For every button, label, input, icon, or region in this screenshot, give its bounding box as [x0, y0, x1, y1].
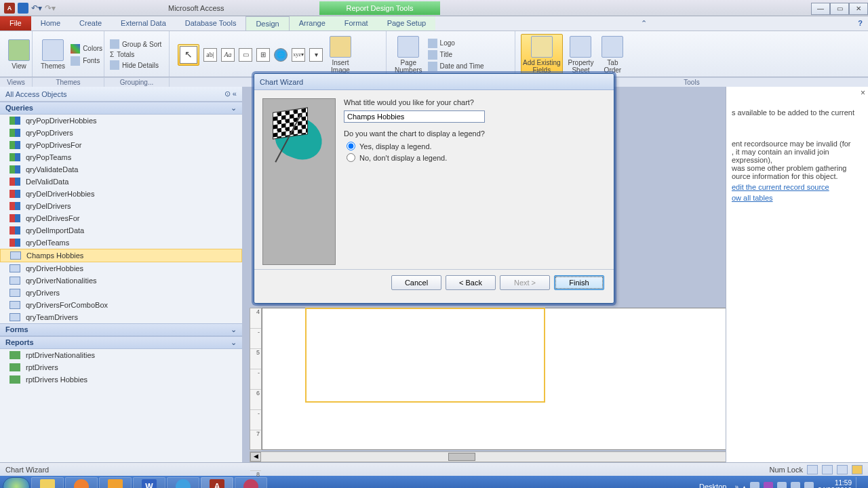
nav-section-forms[interactable]: Forms⌄ — [0, 323, 242, 336]
view-report-icon[interactable] — [807, 465, 818, 474]
nav-section-queries[interactable]: Queries⌄ — [0, 102, 242, 115]
fonts-button[interactable]: Fonts — [71, 56, 102, 66]
help-icon[interactable]: ? — [852, 16, 868, 30]
nav-item-query[interactable]: qryValidateData — [0, 163, 242, 176]
nav-item-report[interactable]: rptDriverNationalities — [0, 349, 242, 361]
chart-placeholder[interactable] — [305, 308, 545, 403]
property-sheet-button[interactable]: Property Sheet — [566, 35, 597, 75]
taskbar-ie[interactable] — [167, 477, 199, 488]
tray-onenote-icon[interactable] — [764, 482, 773, 488]
back-button[interactable]: < Back — [446, 275, 496, 290]
nav-item-query[interactable]: qryDriverHobbies — [0, 262, 242, 274]
nav-item-query[interactable]: qryDelDrivers — [0, 200, 242, 212]
themes-button[interactable]: Themes — [38, 38, 68, 71]
taskbar-access[interactable]: A — [201, 477, 233, 488]
logo-button[interactable]: Logo — [428, 38, 484, 49]
next-button[interactable]: Next > — [500, 275, 550, 290]
tray-network-icon[interactable] — [791, 482, 800, 488]
view-button[interactable]: View — [5, 38, 33, 71]
tab-create[interactable]: Create — [70, 16, 111, 30]
view-design-icon[interactable] — [852, 465, 863, 474]
finish-button[interactable]: Finish — [554, 275, 604, 290]
undo-icon[interactable]: ↶▾ — [31, 3, 42, 13]
add-existing-fields-button[interactable]: Add Existing Fields — [521, 34, 563, 76]
nav-header[interactable]: All Access Objects ⊙ « — [0, 87, 242, 102]
tray-volume-icon[interactable] — [804, 482, 814, 488]
tab-design[interactable]: Design — [245, 16, 289, 30]
nav-item-query[interactable]: qryPopDrivesFor — [0, 139, 242, 151]
nav-item-query[interactable]: Champs Hobbies — [0, 249, 242, 262]
minimize-button[interactable]: — — [811, 3, 830, 15]
desktop-toolbar[interactable]: Desktop — [699, 483, 726, 488]
legend-yes-radio[interactable] — [347, 142, 355, 150]
datetime-button[interactable]: Date and Time — [428, 61, 484, 72]
tab-page-setup[interactable]: Page Setup — [378, 16, 436, 30]
hide-details-button[interactable]: Hide Details — [110, 60, 161, 70]
tab-control[interactable]: ⊞ — [256, 48, 270, 62]
start-button[interactable] — [3, 477, 30, 488]
nav-item-query[interactable]: qryDelDriverHobbies — [0, 188, 242, 200]
select-control[interactable]: ↖ — [178, 44, 199, 66]
nav-item-query[interactable]: qryDelDrivesFor — [0, 212, 242, 224]
page-numbers-button[interactable]: Page Numbers — [392, 35, 425, 75]
cancel-button[interactable]: Cancel — [391, 275, 441, 290]
nav-item-query[interactable]: qryPopDrivers — [0, 127, 242, 139]
ribbon-minimize-icon[interactable]: ⌃ — [635, 16, 652, 30]
hyperlink-control[interactable]: 🌐 — [274, 48, 288, 62]
close-button[interactable]: ✕ — [849, 3, 868, 15]
tab-home[interactable]: Home — [31, 16, 70, 30]
tray-chevron-icon[interactable]: » — [734, 483, 738, 489]
nav-item-report[interactable]: rptDrivers Hobbies — [0, 373, 242, 386]
nav-item-query[interactable]: qryTeamDrivers — [0, 311, 242, 323]
redo-icon[interactable]: ↷▾ — [45, 3, 56, 13]
nav-item-query[interactable]: qryDrivers — [0, 287, 242, 299]
group-sort-button[interactable]: Group & Sort — [110, 39, 161, 49]
maximize-button[interactable]: ▭ — [830, 3, 849, 15]
nav-item-query[interactable]: qryDriversForComboBox — [0, 299, 242, 311]
tray-clock[interactable]: 11:5924/02/2012 — [818, 479, 852, 488]
close-pane-button[interactable]: × — [861, 88, 865, 98]
tray-icon-1[interactable] — [750, 482, 760, 488]
tray-flag-icon[interactable] — [777, 482, 787, 488]
save-icon[interactable] — [18, 3, 28, 14]
view-print-icon[interactable] — [822, 465, 833, 474]
taskbar-media[interactable] — [65, 477, 98, 488]
taskbar-explorer[interactable] — [31, 477, 64, 488]
edit-recordsource-link[interactable]: edit the current record source — [732, 183, 863, 191]
button-control[interactable]: ▭ — [239, 48, 252, 62]
tab-file[interactable]: File — [0, 16, 31, 30]
nav-item-query[interactable]: qryDelImportData — [0, 224, 242, 237]
show-desktop-button[interactable] — [856, 477, 861, 488]
nav-item-report[interactable]: rptDrivers — [0, 361, 242, 373]
nav-item-query[interactable]: qryPopDriverHobbies — [0, 115, 242, 127]
tab-format[interactable]: Format — [335, 16, 378, 30]
label-control[interactable]: Aa — [221, 48, 235, 62]
combobox-control[interactable]: xyz▾ — [292, 48, 305, 62]
insert-image-button[interactable]: Insert Image — [327, 35, 354, 75]
scrollbar-thumb[interactable] — [448, 453, 475, 461]
nav-section-reports[interactable]: Reports⌄ — [0, 336, 242, 349]
show-all-tables-link[interactable]: ow all tables — [732, 194, 863, 202]
tab-external-data[interactable]: External Data — [111, 16, 176, 30]
tray-up-icon[interactable]: ▴ — [743, 483, 746, 489]
textbox-control[interactable]: ab| — [203, 48, 217, 62]
dialog-titlebar[interactable]: Chart Wizard — [254, 74, 614, 90]
tab-arrange[interactable]: Arrange — [290, 16, 335, 30]
scroll-left-button[interactable]: ◀ — [250, 452, 261, 462]
more-controls-icon[interactable]: ▾ — [309, 48, 323, 62]
tab-database-tools[interactable]: Database Tools — [176, 16, 246, 30]
chart-title-input[interactable] — [344, 110, 485, 123]
title-button[interactable]: Title — [428, 49, 484, 60]
view-layout-icon[interactable] — [837, 465, 848, 474]
colors-button[interactable]: Colors — [71, 43, 102, 54]
nav-item-query[interactable]: DelValidData — [0, 176, 242, 188]
nav-item-query[interactable]: qryDelTeams — [0, 237, 242, 249]
tab-order-button[interactable]: Tab Order — [599, 35, 626, 75]
taskbar-word[interactable]: W — [133, 477, 165, 488]
legend-no-radio[interactable] — [347, 153, 355, 162]
taskbar-outlook[interactable] — [99, 477, 132, 488]
nav-item-query[interactable]: qryDriverNationalities — [0, 274, 242, 287]
totals-button[interactable]: Σ Totals — [110, 50, 161, 59]
nav-item-query[interactable]: qryPopTeams — [0, 151, 242, 163]
query-icon — [10, 251, 21, 260]
